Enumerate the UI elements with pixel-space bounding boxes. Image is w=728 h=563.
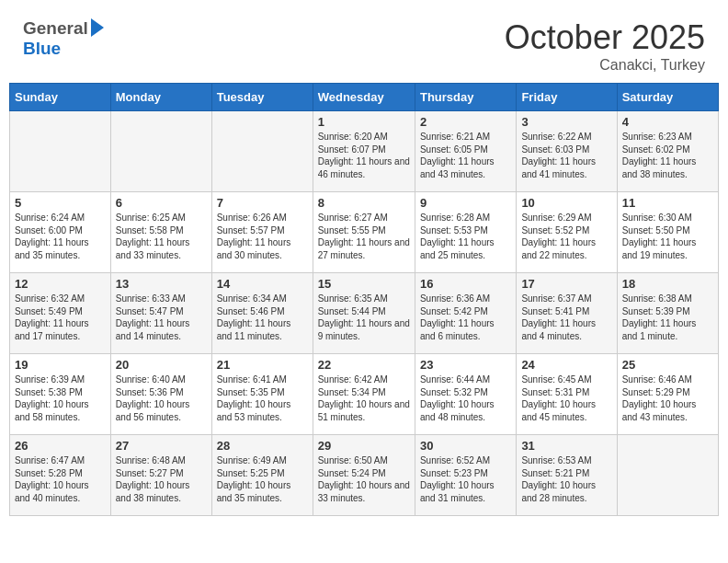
calendar-cell [110,111,211,192]
calendar-cell: 6Sunrise: 6:25 AM Sunset: 5:58 PM Daylig… [110,192,211,273]
cell-content: Sunrise: 6:52 AM Sunset: 5:23 PM Dayligh… [420,454,511,504]
title-block: October 2025 Canakci, Turkey [505,18,705,74]
day-number: 22 [318,358,410,372]
header-day-thursday: Thursday [415,84,516,111]
cell-content: Sunrise: 6:24 AM Sunset: 6:00 PM Dayligh… [15,212,106,261]
day-number: 25 [622,358,713,372]
calendar-cell: 20Sunrise: 6:40 AM Sunset: 5:36 PM Dayli… [110,354,211,435]
week-row-2: 5Sunrise: 6:24 AM Sunset: 6:00 PM Daylig… [10,192,719,273]
logo: General Blue [23,18,104,59]
day-number: 14 [217,277,308,291]
calendar-cell: 30Sunrise: 6:52 AM Sunset: 5:23 PM Dayli… [415,435,516,516]
cell-content: Sunrise: 6:35 AM Sunset: 5:44 PM Dayligh… [318,293,410,342]
cell-content: Sunrise: 6:32 AM Sunset: 5:49 PM Dayligh… [15,293,106,342]
cell-content: Sunrise: 6:37 AM Sunset: 5:41 PM Dayligh… [521,293,611,342]
cell-content: Sunrise: 6:48 AM Sunset: 5:27 PM Dayligh… [116,454,207,504]
day-number: 28 [217,439,308,453]
calendar-cell: 31Sunrise: 6:53 AM Sunset: 5:21 PM Dayli… [517,435,617,516]
day-number: 12 [15,277,106,291]
calendar-cell: 8Sunrise: 6:27 AM Sunset: 5:55 PM Daylig… [313,192,415,273]
cell-content: Sunrise: 6:46 AM Sunset: 5:29 PM Dayligh… [622,373,713,423]
calendar-cell: 22Sunrise: 6:42 AM Sunset: 5:34 PM Dayli… [313,354,415,435]
calendar-cell [211,111,313,192]
cell-content: Sunrise: 6:39 AM Sunset: 5:38 PM Dayligh… [15,373,106,423]
header-day-sunday: Sunday [10,84,111,111]
day-number: 20 [116,358,207,372]
header-day-friday: Friday [517,84,617,111]
month-title: October 2025 [505,18,705,57]
logo-general: General [23,18,88,39]
day-number: 16 [420,277,511,291]
calendar-cell: 12Sunrise: 6:32 AM Sunset: 5:49 PM Dayli… [10,273,111,354]
calendar-table: SundayMondayTuesdayWednesdayThursdayFrid… [9,83,719,516]
day-number: 8 [318,196,410,210]
calendar-cell: 16Sunrise: 6:36 AM Sunset: 5:42 PM Dayli… [415,273,516,354]
day-number: 13 [116,277,207,291]
day-number: 27 [116,439,207,453]
day-number: 9 [420,196,511,210]
week-row-4: 19Sunrise: 6:39 AM Sunset: 5:38 PM Dayli… [10,354,719,435]
calendar-cell: 3Sunrise: 6:22 AM Sunset: 6:03 PM Daylig… [517,111,617,192]
calendar-cell [617,435,718,516]
cell-content: Sunrise: 6:21 AM Sunset: 6:05 PM Dayligh… [420,131,511,180]
day-number: 3 [521,115,611,129]
cell-content: Sunrise: 6:26 AM Sunset: 5:57 PM Dayligh… [217,212,308,261]
calendar-cell: 23Sunrise: 6:44 AM Sunset: 5:32 PM Dayli… [415,354,516,435]
calendar-cell: 2Sunrise: 6:21 AM Sunset: 6:05 PM Daylig… [415,111,516,192]
day-number: 18 [622,277,713,291]
calendar-cell: 21Sunrise: 6:41 AM Sunset: 5:35 PM Dayli… [211,354,313,435]
week-row-3: 12Sunrise: 6:32 AM Sunset: 5:49 PM Dayli… [10,273,719,354]
calendar-cell: 19Sunrise: 6:39 AM Sunset: 5:38 PM Dayli… [10,354,111,435]
cell-content: Sunrise: 6:38 AM Sunset: 5:39 PM Dayligh… [622,293,713,342]
day-number: 29 [318,439,410,453]
week-row-5: 26Sunrise: 6:47 AM Sunset: 5:28 PM Dayli… [10,435,719,516]
calendar-cell: 7Sunrise: 6:26 AM Sunset: 5:57 PM Daylig… [211,192,313,273]
calendar-cell: 28Sunrise: 6:49 AM Sunset: 5:25 PM Dayli… [211,435,313,516]
day-number: 4 [622,115,713,129]
day-number: 1 [318,115,410,129]
calendar-cell: 13Sunrise: 6:33 AM Sunset: 5:47 PM Dayli… [110,273,211,354]
day-number: 17 [521,277,611,291]
calendar-cell: 10Sunrise: 6:29 AM Sunset: 5:52 PM Dayli… [517,192,617,273]
cell-content: Sunrise: 6:29 AM Sunset: 5:52 PM Dayligh… [521,212,611,261]
calendar-cell: 17Sunrise: 6:37 AM Sunset: 5:41 PM Dayli… [517,273,617,354]
logo-blue: Blue [23,39,61,58]
calendar-cell: 18Sunrise: 6:38 AM Sunset: 5:39 PM Dayli… [617,273,718,354]
day-number: 19 [15,358,106,372]
cell-content: Sunrise: 6:25 AM Sunset: 5:58 PM Dayligh… [116,212,207,261]
cell-content: Sunrise: 6:53 AM Sunset: 5:21 PM Dayligh… [521,454,611,504]
logo-text: General Blue [23,18,104,59]
calendar-cell: 9Sunrise: 6:28 AM Sunset: 5:53 PM Daylig… [415,192,516,273]
location: Canakci, Turkey [505,57,705,74]
page-header: General Blue October 2025 Canakci, Turke… [9,9,719,78]
cell-content: Sunrise: 6:40 AM Sunset: 5:36 PM Dayligh… [116,373,207,423]
cell-content: Sunrise: 6:30 AM Sunset: 5:50 PM Dayligh… [622,212,713,261]
calendar-cell: 11Sunrise: 6:30 AM Sunset: 5:50 PM Dayli… [617,192,718,273]
header-row: SundayMondayTuesdayWednesdayThursdayFrid… [10,84,719,111]
day-number: 26 [15,439,106,453]
calendar-cell: 24Sunrise: 6:45 AM Sunset: 5:31 PM Dayli… [517,354,617,435]
header-day-tuesday: Tuesday [211,84,313,111]
header-day-monday: Monday [110,84,211,111]
day-number: 15 [318,277,410,291]
cell-content: Sunrise: 6:23 AM Sunset: 6:02 PM Dayligh… [622,131,713,180]
cell-content: Sunrise: 6:50 AM Sunset: 5:24 PM Dayligh… [318,454,410,504]
calendar-cell: 14Sunrise: 6:34 AM Sunset: 5:46 PM Dayli… [211,273,313,354]
calendar-cell: 1Sunrise: 6:20 AM Sunset: 6:07 PM Daylig… [313,111,415,192]
cell-content: Sunrise: 6:42 AM Sunset: 5:34 PM Dayligh… [318,373,410,423]
day-number: 10 [521,196,611,210]
cell-content: Sunrise: 6:28 AM Sunset: 5:53 PM Dayligh… [420,212,511,261]
calendar-cell [10,111,111,192]
day-number: 5 [15,196,106,210]
cell-content: Sunrise: 6:22 AM Sunset: 6:03 PM Dayligh… [521,131,611,180]
cell-content: Sunrise: 6:27 AM Sunset: 5:55 PM Dayligh… [318,212,410,261]
day-number: 31 [521,439,611,453]
calendar-cell: 27Sunrise: 6:48 AM Sunset: 5:27 PM Dayli… [110,435,211,516]
header-day-wednesday: Wednesday [313,84,415,111]
day-number: 21 [217,358,308,372]
day-number: 24 [521,358,611,372]
calendar-cell: 25Sunrise: 6:46 AM Sunset: 5:29 PM Dayli… [617,354,718,435]
day-number: 7 [217,196,308,210]
week-row-1: 1Sunrise: 6:20 AM Sunset: 6:07 PM Daylig… [10,111,719,192]
logo-icon [91,18,104,37]
